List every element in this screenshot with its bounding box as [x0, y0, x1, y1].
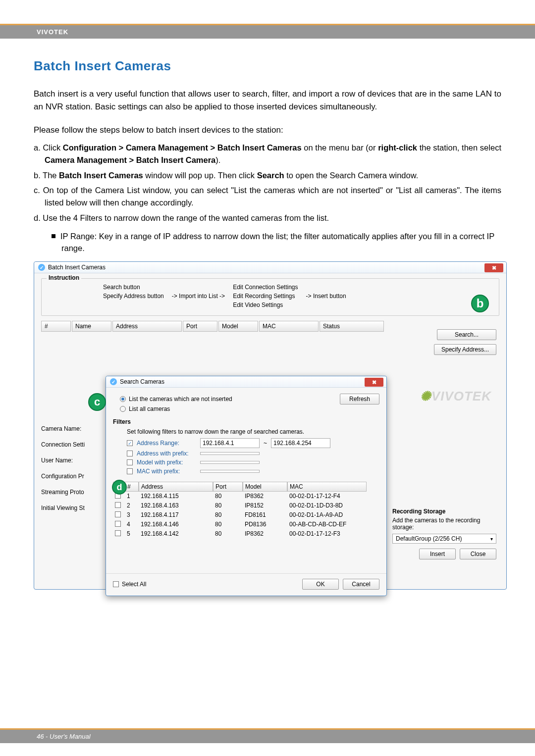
step-a: a. Click Configuration > Camera Manageme…	[34, 142, 501, 166]
checkbox-model-prefix[interactable]	[127, 459, 133, 465]
cell-port: 80	[213, 492, 243, 501]
col-mac[interactable]: MAC	[287, 482, 367, 492]
close-button[interactable]: Close	[460, 549, 496, 559]
col-number[interactable]: #	[125, 482, 139, 492]
address-range-to-input[interactable]: 192.168.4.254	[271, 438, 330, 448]
vivotek-logo: ✺VIVOTEK	[420, 389, 491, 404]
close-icon[interactable]: ✖	[365, 378, 383, 387]
checkbox-mac-prefix[interactable]	[127, 468, 133, 474]
cell-address: 192.168.4.146	[139, 520, 213, 529]
substep-d1: IP Range: Key in a range of IP address t…	[52, 230, 501, 255]
checkbox-select-all[interactable]	[113, 581, 119, 587]
recording-storage-select[interactable]: DefaultGroup (2/256 CH) ▾	[392, 534, 496, 544]
col-mac[interactable]: MAC	[259, 321, 319, 332]
cell-mac: 00-02-D1-17-12-F3	[287, 529, 367, 539]
col-port[interactable]: Port	[183, 321, 217, 332]
instr-edit-conn: Edit Connection Settings	[233, 284, 298, 291]
callout-badge-b: b	[471, 295, 489, 312]
step-b: b. The Batch Insert Cameras window will …	[34, 169, 501, 182]
cell-mac: 00-02-D1-1A-A9-AD	[287, 510, 367, 520]
radio-list-all-label: List all cameras	[129, 405, 170, 412]
label-camera-name: Camera Name:	[41, 425, 91, 432]
footer-text: 46 - User's Manual	[37, 733, 91, 740]
window-titlebar[interactable]: ✓ Batch Insert Cameras	[34, 262, 506, 273]
cell-port: 80	[213, 520, 243, 529]
cell-number: 1	[125, 492, 139, 501]
window-title: Batch Insert Cameras	[48, 264, 106, 271]
specify-address-button[interactable]: Specify Address...	[434, 344, 496, 355]
recording-storage-value: DefaultGroup (2/256 CH)	[396, 535, 462, 542]
cell-port: 80	[213, 510, 243, 520]
follow-paragraph: Please follow the steps below to batch i…	[34, 124, 501, 137]
brand-text: VIVOTEK	[37, 28, 68, 36]
arrow-icon: -> Import into List ->	[169, 293, 228, 300]
row-checkbox[interactable]	[115, 511, 121, 517]
arrow-icon: -> Insert button	[303, 293, 349, 300]
label-initial-viewing-st: Initial Viewing St	[41, 504, 91, 511]
col-model[interactable]: Model	[218, 321, 258, 332]
recording-storage-hint: Add the cameras to the recording storage…	[392, 517, 496, 531]
address-range-label: Address Range:	[137, 440, 196, 447]
col-address[interactable]: Address	[139, 482, 213, 492]
substeps-list: IP Range: Key in a range of IP address t…	[34, 230, 501, 255]
col-name[interactable]: Name	[72, 321, 111, 332]
cancel-button[interactable]: Cancel	[343, 579, 379, 590]
cell-number: 3	[125, 510, 139, 520]
row-checkbox[interactable]	[115, 521, 121, 527]
table-row[interactable]: 2192.168.4.16380IP815200-02-D1-1D-D3-8D	[113, 501, 379, 510]
recording-storage-title: Recording Storage	[392, 508, 496, 515]
address-range-from-input[interactable]: 192.168.4.1	[200, 438, 260, 448]
table-row[interactable]: 4192.168.4.14680PD813600-AB-CD-AB-CD-EF	[113, 520, 379, 529]
callout-badge-c: c	[88, 393, 106, 411]
cell-address: 192.168.4.117	[139, 510, 213, 520]
section-title: Batch Insert Cameras	[34, 58, 501, 74]
col-model[interactable]: Model	[243, 482, 287, 492]
recording-storage-panel: Recording Storage Add the cameras to the…	[392, 508, 496, 559]
dialog-titlebar[interactable]: ✓ Search Cameras	[106, 376, 386, 388]
address-prefix-input[interactable]	[200, 452, 260, 455]
select-all-label: Select All	[122, 581, 146, 588]
cell-model: PD8136	[243, 520, 287, 529]
cell-model: IP8362	[243, 529, 287, 539]
search-cameras-dialog: c ✓ Search Cameras ✖ List the cameras wh…	[106, 376, 387, 596]
col-number[interactable]: #	[41, 321, 71, 332]
radio-not-inserted-label: List the cameras which are not inserted	[129, 396, 232, 403]
cell-mac: 00-02-D1-1D-D3-8D	[287, 501, 367, 510]
col-port[interactable]: Port	[213, 482, 243, 492]
close-icon[interactable]: ✖	[484, 263, 503, 272]
mac-prefix-input[interactable]	[200, 470, 260, 473]
row-checkbox[interactable]	[115, 530, 121, 536]
refresh-button[interactable]: Refresh	[340, 394, 379, 404]
cell-address: 192.168.4.142	[139, 529, 213, 539]
app-icon: ✓	[38, 264, 45, 271]
col-address[interactable]: Address	[112, 321, 182, 332]
instr-edit-video: Edit Video Settings	[233, 302, 298, 308]
ok-button[interactable]: OK	[302, 579, 339, 590]
table-row[interactable]: 5192.168.4.14280IP836200-02-D1-17-12-F3	[113, 529, 379, 539]
col-status[interactable]: Status	[320, 321, 384, 332]
label-connection-settings: Connection Setti	[41, 441, 91, 448]
table-row[interactable]: 1192.168.4.11580IP836200-02-D1-17-12-F4	[113, 492, 379, 501]
select-all-row[interactable]: Select All	[113, 581, 146, 588]
cell-port: 80	[213, 501, 243, 510]
row-checkbox[interactable]	[115, 502, 121, 508]
callout-badge-d: d	[112, 480, 127, 495]
address-prefix-label: Address with prefix:	[137, 450, 196, 457]
instr-edit-rec: Edit Recording Settings	[233, 293, 298, 300]
batch-insert-cameras-window: ✓ Batch Insert Cameras ✖ Instruction Sea…	[34, 261, 507, 590]
filters-hint: Set following filters to narrow down the…	[127, 428, 379, 435]
cell-port: 80	[213, 529, 243, 539]
model-prefix-input[interactable]	[200, 461, 260, 464]
insert-button[interactable]: Insert	[419, 549, 456, 559]
radio-list-all[interactable]	[120, 406, 126, 412]
table-row[interactable]: 3192.168.4.11780FD816100-02-D1-1A-A9-AD	[113, 510, 379, 520]
search-button[interactable]: Search...	[437, 329, 496, 340]
checkbox-address-range[interactable]	[127, 440, 133, 446]
cell-address: 192.168.4.163	[139, 501, 213, 510]
label-user-name: User Name:	[41, 457, 91, 464]
label-configuration-pr: Configuration Pr	[41, 473, 91, 480]
instr-search-button-text: Search button	[103, 284, 164, 291]
radio-not-inserted[interactable]	[120, 396, 126, 402]
left-settings-labels: Camera Name: Connection Setti User Name:…	[41, 425, 91, 511]
checkbox-address-prefix[interactable]	[127, 451, 133, 456]
